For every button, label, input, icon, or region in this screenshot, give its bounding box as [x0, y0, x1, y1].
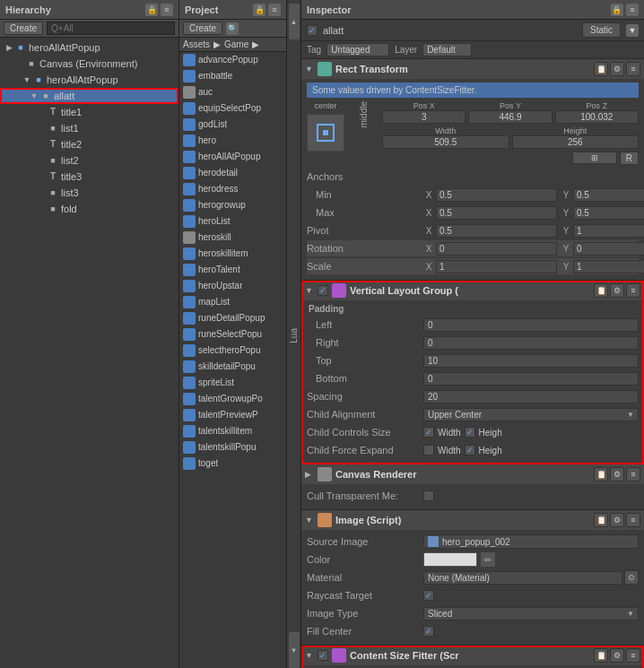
project-lock-icon[interactable]: 🔒	[253, 4, 265, 16]
project-item[interactable]: heroTalent	[179, 262, 286, 278]
pivot-x-input[interactable]	[436, 224, 557, 238]
project-item[interactable]: heroskillitem	[179, 246, 286, 262]
tree-item-title2[interactable]: T title2	[0, 136, 178, 152]
project-item[interactable]: talentGrowupPo	[179, 391, 286, 407]
project-search-icon[interactable]: 🔍	[226, 22, 239, 35]
project-item[interactable]: heroskill	[179, 230, 286, 246]
vl-controls-height-checkbox[interactable]	[465, 427, 475, 438]
hierarchy-search-input[interactable]	[47, 22, 175, 35]
project-item[interactable]: talentskillitem	[179, 423, 286, 439]
project-item[interactable]: herodetail	[179, 165, 286, 181]
static-dropdown-icon[interactable]: ▼	[626, 24, 639, 37]
hierarchy-menu-icon[interactable]: ≡	[161, 4, 173, 16]
rot-x-input[interactable]	[436, 242, 557, 256]
project-item[interactable]: advancePopup	[179, 52, 286, 68]
is-settings-btn[interactable]: ⚙	[610, 513, 624, 527]
image-type-dropdown[interactable]: Sliced ▼	[423, 607, 639, 620]
csf-enabled-checkbox[interactable]	[318, 650, 328, 661]
tree-item-heroAllAttPopup2[interactable]: ▼ ■ heroAllAttPopup	[0, 72, 178, 88]
is-menu-btn[interactable]: ≡	[626, 513, 640, 527]
vl-force-width-checkbox[interactable]	[423, 445, 434, 455]
inspector-menu-icon[interactable]: ≡	[626, 4, 639, 16]
vl-menu-btn[interactable]: ≡	[626, 283, 640, 298]
tree-item-list1[interactable]: ■ list1	[0, 120, 178, 136]
vl-left-input[interactable]	[423, 318, 639, 332]
csf-settings-btn[interactable]: ⚙	[610, 648, 624, 663]
project-item[interactable]: hero	[179, 133, 286, 149]
project-item[interactable]: equipSelectPop	[179, 100, 286, 117]
color-swatch[interactable]	[423, 552, 477, 567]
project-item[interactable]: herodress	[179, 181, 286, 197]
vl-bottom-input[interactable]	[423, 372, 639, 386]
source-image-field[interactable]: hero_popup_002	[423, 534, 639, 549]
tree-item-list3[interactable]: ■ list3	[0, 185, 178, 201]
cull-checkbox[interactable]	[423, 490, 434, 501]
vl-right-input[interactable]	[423, 336, 639, 350]
project-item[interactable]: heroUpstar	[179, 278, 286, 294]
cr-settings-btn[interactable]: ⚙	[610, 467, 624, 481]
anchor-min-y-input[interactable]	[573, 188, 644, 202]
project-create-button[interactable]: Create	[183, 22, 222, 35]
fill-center-checkbox[interactable]	[423, 626, 434, 637]
tree-item-allatt[interactable]: ▼ ■ allatt	[0, 88, 178, 104]
project-item[interactable]: runeDetailPopup	[179, 310, 286, 326]
csf-header[interactable]: ▼ Content Size Fitter (Scr 📋 ⚙ ≡	[301, 646, 644, 665]
project-item[interactable]: heroList	[179, 213, 286, 230]
cr-menu-btn[interactable]: ≡	[626, 467, 640, 481]
tree-item-list2[interactable]: ■ list2	[0, 152, 178, 169]
pos-x-input[interactable]	[382, 110, 466, 124]
color-edit-btn[interactable]: ✏	[481, 552, 495, 567]
cr-copy-btn[interactable]: 📋	[594, 467, 608, 481]
project-item[interactable]: embattle	[179, 68, 286, 84]
vl-child-alignment-dropdown[interactable]: Upper Center ▼	[423, 408, 639, 421]
project-menu-icon[interactable]: ≡	[268, 4, 281, 16]
scale-y-input[interactable]	[573, 260, 644, 273]
rect-blueprint-btn[interactable]: ⊞	[572, 152, 617, 164]
rect-transform-header[interactable]: ▼ Rect Transform 📋 ⚙ ≡	[301, 59, 644, 79]
hierarchy-create-button[interactable]: Create	[4, 22, 43, 35]
height-input[interactable]	[512, 135, 640, 149]
image-script-header[interactable]: ▼ Image (Script) 📋 ⚙ ≡	[301, 510, 644, 530]
anchor-min-x-input[interactable]	[436, 188, 557, 202]
tree-item-fold[interactable]: ■ fold	[0, 201, 178, 217]
anchor-max-y-input[interactable]	[573, 206, 644, 220]
project-item[interactable]: mapList	[179, 294, 286, 310]
project-item[interactable]: selectheroPopu	[179, 343, 286, 359]
vl-settings-btn[interactable]: ⚙	[610, 283, 624, 298]
vl-spacing-input[interactable]	[423, 390, 639, 403]
vl-copy-btn[interactable]: 📋	[594, 283, 608, 298]
vl-enabled-checkbox[interactable]	[318, 285, 328, 296]
rect-settings-btn[interactable]: ⚙	[610, 62, 624, 76]
tree-item-heroAllAttPopup[interactable]: ▶ ■ heroAllAttPopup	[0, 39, 178, 56]
static-button[interactable]: Static	[582, 22, 621, 38]
project-item[interactable]: talentPreviewP	[179, 407, 286, 423]
hierarchy-lock-icon[interactable]: 🔒	[145, 4, 158, 16]
project-item[interactable]: toget	[179, 455, 286, 472]
scale-x-input[interactable]	[436, 260, 557, 273]
object-name-field[interactable]: allatt	[323, 25, 571, 36]
is-copy-btn[interactable]: 📋	[594, 513, 608, 527]
project-item[interactable]: heroAllAtPopup	[179, 149, 286, 165]
project-item[interactable]: auc	[179, 84, 286, 100]
pos-z-input[interactable]	[555, 110, 639, 124]
project-item[interactable]: godList	[179, 117, 286, 133]
csf-copy-btn[interactable]: 📋	[594, 648, 608, 663]
vertical-layout-header[interactable]: ▼ Vertical Layout Group ( 📋 ⚙ ≡	[301, 281, 644, 300]
material-field[interactable]: None (Material)	[423, 571, 622, 585]
vl-controls-width-checkbox[interactable]	[423, 427, 434, 438]
project-item[interactable]: runeSelectPopu	[179, 326, 286, 343]
pivot-y-input[interactable]	[573, 224, 644, 238]
tree-item-title1[interactable]: T title1	[0, 104, 178, 120]
scroll-down-btn[interactable]: ▼	[289, 632, 300, 668]
tree-item-canvas[interactable]: ■ Canvas (Environment)	[0, 56, 178, 72]
csf-menu-btn[interactable]: ≡	[626, 648, 640, 663]
project-item[interactable]: herogrowup	[179, 197, 286, 213]
rect-menu-btn[interactable]: ≡	[626, 62, 640, 76]
vl-force-height-checkbox[interactable]	[465, 445, 475, 455]
rect-copy-btn[interactable]: 📋	[594, 62, 608, 76]
inspector-lock-icon[interactable]: 🔒	[611, 4, 623, 16]
tag-dropdown[interactable]: Untagged	[326, 43, 389, 56]
width-input[interactable]	[382, 135, 509, 149]
tree-item-title3[interactable]: T title3	[0, 169, 178, 185]
project-item[interactable]: spriteList	[179, 375, 286, 391]
